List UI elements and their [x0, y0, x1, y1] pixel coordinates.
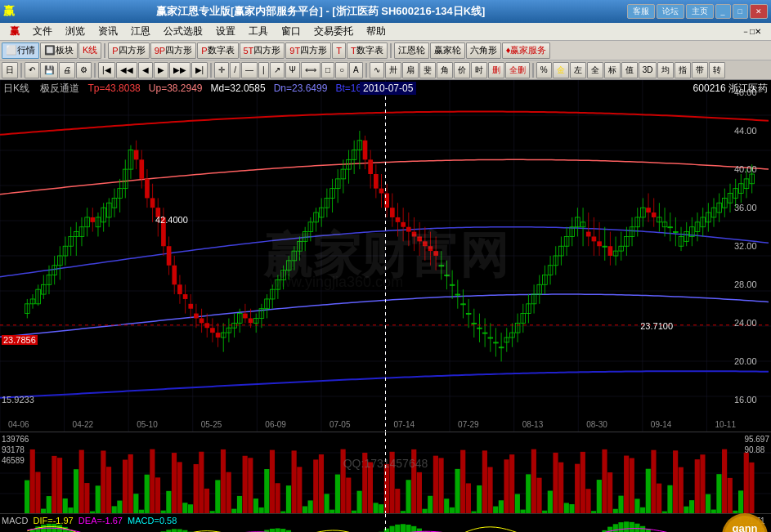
tb-jianen-wheel[interactable]: 江恩轮 [394, 42, 429, 59]
tb-delall[interactable]: 全删 [505, 62, 530, 78]
main-chart-canvas[interactable] [0, 80, 771, 431]
tb-undo[interactable]: ↶ [25, 62, 39, 78]
forum-button[interactable]: 论坛 [657, 4, 684, 19]
tb-circle[interactable]: ○ [335, 62, 348, 78]
tb-nav-last[interactable]: ▶| [191, 62, 208, 78]
tb-hq[interactable]: ⬜行情 [2, 42, 39, 59]
macd-container[interactable]: MACD DIF=-1.97 DEA=-1.67 MACD=0.58 1.71 … [0, 513, 771, 532]
tb-ma[interactable]: 均 [657, 62, 674, 78]
period-label: 日K线 [3, 83, 29, 94]
tb-print[interactable]: 🖨 [59, 62, 75, 78]
tb-zuo[interactable]: 左 [570, 62, 586, 78]
tb-nav-prev[interactable]: ◀◀ [116, 62, 137, 78]
tb-price[interactable]: 价 [454, 62, 470, 78]
tb-fan[interactable]: 扇 [402, 62, 419, 78]
tb-biao[interactable]: 标 [604, 62, 621, 78]
tb-hline[interactable]: — [241, 62, 258, 78]
tb-9t4[interactable]: 9T四方形 [285, 42, 331, 59]
sub-chart-container[interactable]: 139766 93178 46589 95.697 90.88 QQ:17314… [0, 431, 771, 513]
tb-cross[interactable]: ✛ [214, 62, 229, 78]
menu-settings[interactable]: 设置 [209, 23, 242, 40]
menu-info[interactable]: 资讯 [92, 23, 124, 40]
tb-win-wheel[interactable]: 赢家轮 [430, 42, 465, 59]
tb-win-service[interactable]: ♦赢家服务 [502, 42, 551, 59]
menu-browse[interactable]: 浏览 [59, 23, 92, 40]
tb-line[interactable]: / [230, 62, 240, 78]
tb-arrow[interactable]: ↗ [270, 62, 285, 78]
minimize-button[interactable]: _ [715, 4, 731, 19]
close-button[interactable]: ✕ [750, 4, 768, 19]
menu-formula[interactable]: 公式选股 [157, 23, 209, 40]
tb-nav-ff[interactable]: ▶▶ [169, 62, 191, 78]
tb-hex[interactable]: 六角形 [466, 42, 501, 59]
sep3 [20, 63, 22, 78]
tb-fibline[interactable]: Ψ [285, 62, 300, 78]
menu-tools[interactable]: 工具 [242, 23, 275, 40]
tb-nav-back[interactable]: ◀ [138, 62, 153, 78]
tb-zhuan[interactable]: 转 [709, 62, 725, 78]
tb-fib[interactable]: 斐 [419, 62, 436, 78]
menu-help[interactable]: 帮助 [360, 23, 392, 40]
sub-chart-canvas[interactable] [0, 432, 771, 514]
tb-t[interactable]: T [332, 42, 346, 59]
tb-cfg[interactable]: ⚙ [76, 62, 92, 78]
tb-pct[interactable]: % [536, 62, 552, 78]
maximize-button[interactable]: □ [733, 4, 748, 19]
macd-labels: MACD DIF=-1.97 DEA=-1.67 MACD=0.58 [2, 516, 177, 525]
tb-nav-fwd[interactable]: ▶ [154, 62, 168, 78]
sep1 [104, 43, 105, 58]
md-label: Md=32.0585 [211, 83, 266, 94]
chart-info-panel: 日K线 极反通道 Tp=43.8038 Up=38.2949 Md=32.058… [3, 82, 386, 96]
tb-ema[interactable]: 指 [675, 62, 691, 78]
up-label: Up=38.2949 [149, 83, 203, 94]
tb-tnum[interactable]: T数字表 [347, 42, 388, 59]
tb-day[interactable]: 日 [2, 62, 18, 78]
tb-vline[interactable]: | [258, 62, 269, 78]
tb-gann[interactable]: 卅 [385, 62, 401, 78]
menu-resize[interactable]: －□✕ [735, 25, 768, 39]
sep6 [365, 63, 367, 78]
tb-pnum[interactable]: P数字表 [197, 42, 238, 59]
vol-right-labels: 95.697 90.88 [744, 434, 769, 455]
tb-angle[interactable]: 角 [437, 62, 453, 78]
qq-watermark: QQ:1731457648 [343, 457, 428, 470]
sep7 [532, 63, 534, 78]
vol-labels: 139766 93178 46589 [2, 434, 29, 466]
sep4 [94, 63, 96, 78]
tb-zhi[interactable]: 值 [621, 62, 638, 78]
tb-5t4[interactable]: 5T四方形 [240, 42, 285, 59]
window-title: 赢家江恩专业版[赢家内部服务平台] - [浙江医药 SH600216-134日K… [15, 4, 627, 19]
toolbar1: ⬜行情 🔲板块 K线 P四方形 9P四方形 P数字表 5T四方形 9T四方形 T… [0, 41, 771, 60]
tb-quan[interactable]: 全 [587, 62, 603, 78]
tb-time[interactable]: 时 [471, 62, 487, 78]
tb-nav-first[interactable]: |◀ [98, 62, 115, 78]
tb-text[interactable]: A [349, 62, 363, 78]
tb-bk[interactable]: 🔲板块 [40, 42, 78, 59]
tb-3d[interactable]: 3D [639, 62, 657, 78]
menu-win[interactable]: 赢 [3, 23, 26, 40]
menu-file[interactable]: 文件 [26, 23, 59, 40]
tb-kline[interactable]: K线 [78, 42, 101, 59]
indicator-name: 极反通道 [40, 83, 79, 94]
service-button[interactable]: 客服 [627, 4, 655, 19]
menu-jianen[interactable]: 江恩 [124, 23, 157, 40]
tb-p4[interactable]: P四方形 [108, 42, 149, 59]
dn-label: Dn=23.6499 [274, 83, 328, 94]
menu-trade[interactable]: 交易委托 [307, 23, 360, 40]
tb-wave[interactable]: ∿ [370, 62, 384, 78]
sep5 [210, 63, 212, 78]
tb-save[interactable]: 💾 [40, 62, 58, 78]
chart-container[interactable]: 日K线 极反通道 Tp=43.8038 Up=38.2949 Md=32.058… [0, 80, 771, 431]
menubar: 赢 文件 浏览 资讯 江恩 公式选股 设置 工具 窗口 交易委托 帮助 －□✕ [0, 23, 771, 41]
price-label-high: 42.4000 [155, 215, 188, 225]
tb-9p4[interactable]: 9P四方形 [150, 42, 196, 59]
tb-channel[interactable]: ⟺ [301, 62, 321, 78]
menu-window[interactable]: 窗口 [275, 23, 307, 40]
cursor-date: 2010-07-05 [360, 82, 416, 95]
tb-rect[interactable]: □ [321, 62, 334, 78]
tb-band[interactable]: 带 [692, 62, 708, 78]
tb-gold[interactable]: 金 [553, 62, 569, 78]
svg-text:gann: gann [732, 522, 757, 532]
tb-del[interactable]: 删 [488, 62, 504, 78]
home-button[interactable]: 主页 [686, 4, 714, 19]
